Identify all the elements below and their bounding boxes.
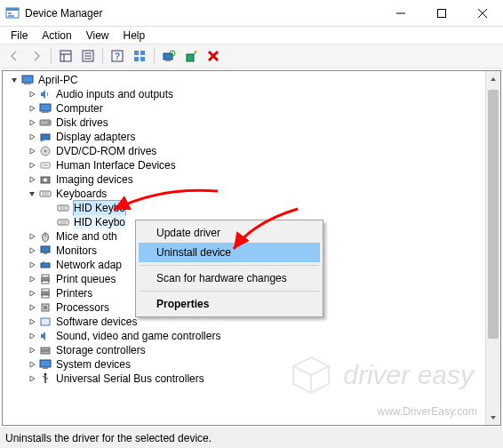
chevron-right-icon[interactable] xyxy=(28,175,36,184)
chevron-right-icon[interactable] xyxy=(28,332,36,340)
status-text: Uninstalls the driver for the selected d… xyxy=(5,432,212,444)
audio-icon xyxy=(38,87,52,101)
tree-label: Mice and oth xyxy=(56,229,117,244)
chevron-down-icon[interactable] xyxy=(10,76,19,84)
computer-icon xyxy=(20,73,35,87)
watermark: driver easy xyxy=(288,352,474,398)
chevron-right-icon[interactable] xyxy=(28,246,36,255)
chevron-right-icon[interactable] xyxy=(28,289,36,298)
vertical-scrollbar[interactable] xyxy=(485,71,500,425)
svg-rect-46 xyxy=(58,220,68,225)
tree-label: Universal Serial Bus controllers xyxy=(56,372,204,386)
sound-icon xyxy=(38,329,52,343)
chevron-right-icon[interactable] xyxy=(28,303,36,312)
svg-rect-17 xyxy=(134,51,139,55)
app-icon xyxy=(5,6,20,20)
svg-point-35 xyxy=(44,150,47,153)
update-driver-button[interactable] xyxy=(180,46,202,66)
svg-rect-53 xyxy=(41,263,50,268)
ctx-properties[interactable]: Properties xyxy=(139,294,320,314)
svg-rect-57 xyxy=(42,281,49,284)
chevron-right-icon[interactable] xyxy=(28,317,36,326)
chevron-right-icon[interactable] xyxy=(28,104,36,113)
tree-item-disk[interactable]: Disk drives xyxy=(4,116,500,130)
maximize-button[interactable] xyxy=(421,0,462,26)
close-button[interactable] xyxy=(462,0,503,26)
chevron-right-icon[interactable] xyxy=(28,260,36,269)
chevron-right-icon[interactable] xyxy=(28,360,36,369)
chevron-right-icon[interactable] xyxy=(28,147,36,156)
toolbar-separator xyxy=(154,48,155,64)
tree-label: Network adap xyxy=(56,258,122,272)
tree-item-display[interactable]: Display adapters xyxy=(4,130,500,144)
ctx-uninstall-device[interactable]: Uninstall device xyxy=(139,243,320,262)
dvd-icon xyxy=(38,144,52,158)
menu-help[interactable]: Help xyxy=(116,28,153,43)
scroll-down-button[interactable] xyxy=(486,410,500,425)
cpu-icon xyxy=(38,300,52,315)
ctx-scan-hardware[interactable]: Scan for hardware changes xyxy=(139,268,320,288)
svg-rect-52 xyxy=(44,252,47,254)
tree-label: Print queues xyxy=(56,272,116,286)
svg-text:?: ? xyxy=(115,52,120,61)
scroll-up-button[interactable] xyxy=(486,71,500,86)
chevron-right-icon[interactable] xyxy=(28,161,36,170)
minimize-button[interactable] xyxy=(380,0,421,26)
details-button[interactable] xyxy=(129,46,150,66)
chevron-right-icon[interactable] xyxy=(28,90,36,99)
svg-rect-8 xyxy=(60,51,71,61)
tree-item-dvd[interactable]: DVD/CD-ROM drives xyxy=(4,144,500,158)
uninstall-device-button[interactable] xyxy=(203,46,224,66)
scroll-thumb[interactable] xyxy=(488,90,499,339)
tree-label: HID Keybo xyxy=(74,215,125,229)
tree-item-sound[interactable]: Sound, video and game controllers xyxy=(4,329,500,343)
keyboard-icon xyxy=(38,187,52,201)
chevron-right-icon[interactable] xyxy=(28,118,36,127)
chevron-right-icon[interactable] xyxy=(28,132,36,141)
chevron-right-icon[interactable] xyxy=(28,346,36,355)
svg-rect-3 xyxy=(8,15,14,17)
printer-icon xyxy=(38,286,52,300)
tree-label: Monitors xyxy=(56,244,97,258)
tree-label: HID Keybo xyxy=(74,201,125,215)
tree-label: Storage controllers xyxy=(56,343,146,357)
svg-rect-18 xyxy=(134,57,139,61)
back-button[interactable] xyxy=(4,46,25,66)
svg-rect-20 xyxy=(140,57,145,61)
menu-file[interactable]: File xyxy=(4,28,35,43)
watermark-brand: driver easy xyxy=(343,360,474,390)
keyboard-icon xyxy=(56,215,70,229)
tree-label: Disk drives xyxy=(56,116,108,130)
menu-action[interactable]: Action xyxy=(35,28,78,43)
tree-label: DVD/CD-ROM drives xyxy=(56,144,156,158)
ctx-update-driver[interactable]: Update driver xyxy=(139,223,320,243)
chevron-right-icon[interactable] xyxy=(28,232,36,241)
ctx-label: Update driver xyxy=(156,227,220,239)
tree-item-audio[interactable]: Audio inputs and outputs xyxy=(4,87,500,101)
help-button[interactable]: ? xyxy=(107,46,128,66)
menu-view[interactable]: View xyxy=(79,28,116,43)
window-title: Device Manager xyxy=(25,7,380,20)
tree-item-hid[interactable]: Human Interface Devices xyxy=(4,158,500,172)
svg-rect-29 xyxy=(40,104,51,111)
tree-item-keyboards[interactable]: Keyboards xyxy=(4,187,500,201)
chevron-right-icon[interactable] xyxy=(28,275,36,284)
tree-label: Sound, video and game controllers xyxy=(56,329,220,343)
tree-root[interactable]: April-PC xyxy=(4,73,500,87)
tree-label: Audio inputs and outputs xyxy=(56,87,173,101)
display-icon xyxy=(38,130,52,144)
disk-icon xyxy=(38,116,52,130)
toolbar-separator xyxy=(102,48,103,64)
scan-hardware-button[interactable] xyxy=(158,46,180,66)
show-hide-tree-button[interactable] xyxy=(55,46,76,66)
chevron-down-icon[interactable] xyxy=(28,189,36,198)
chevron-right-icon[interactable] xyxy=(28,374,36,383)
properties-button[interactable] xyxy=(77,46,99,66)
scroll-track[interactable] xyxy=(486,86,500,410)
tree-label: System devices xyxy=(56,357,131,372)
monitor-icon xyxy=(38,244,52,258)
tree-item-hid-keyboard-1[interactable]: HID Keybo xyxy=(4,201,500,215)
forward-button[interactable] xyxy=(26,46,47,66)
tree-item-imaging[interactable]: Imaging devices xyxy=(4,172,500,187)
tree-item-computer[interactable]: Computer xyxy=(4,101,500,116)
